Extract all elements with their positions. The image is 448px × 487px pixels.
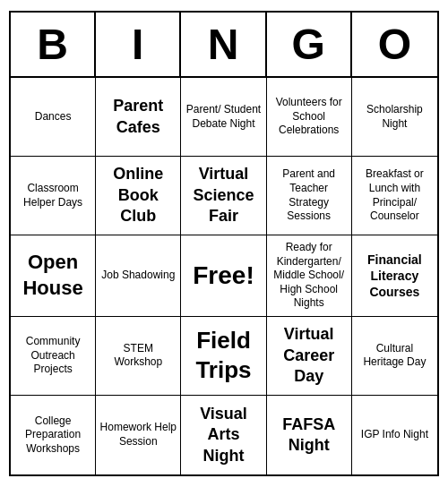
bingo-header: BINGO (11, 13, 437, 78)
bingo-cell-3: Volunteers for School Celebrations (267, 78, 352, 157)
bingo-cell-10: Open House (11, 235, 96, 317)
bingo-letter-o: O (352, 13, 437, 76)
bingo-card: BINGO DancesParent CafesParent/ Student … (9, 11, 439, 476)
bingo-cell-8: Parent and Teacher Strategy Sessions (267, 157, 352, 235)
bingo-cell-19: Cultural Heritage Day (352, 317, 437, 396)
bingo-cell-6: Online Book Club (96, 157, 181, 235)
bingo-letter-b: B (11, 13, 96, 76)
bingo-cell-17: Field Trips (181, 317, 266, 396)
bingo-letter-i: I (96, 13, 181, 76)
bingo-cell-7: Virtual Science Fair (181, 157, 266, 235)
bingo-cell-24: IGP Info Night (352, 396, 437, 474)
bingo-cell-15: Community Outreach Projects (11, 317, 96, 396)
bingo-cell-16: STEM Workshop (96, 317, 181, 396)
bingo-cell-2: Parent/ Student Debate Night (181, 78, 266, 157)
bingo-cell-13: Ready for Kindergarten/ Middle School/ H… (267, 235, 352, 317)
bingo-letter-g: G (267, 13, 352, 76)
bingo-cell-5: Classroom Helper Days (11, 157, 96, 235)
bingo-cell-0: Dances (11, 78, 96, 157)
bingo-cell-22: Visual Arts Night (181, 396, 266, 474)
bingo-cell-1: Parent Cafes (96, 78, 181, 157)
bingo-cell-21: Homework Help Session (96, 396, 181, 474)
bingo-cell-14: Financial Literacy Courses (352, 235, 437, 317)
bingo-cell-9: Breakfast or Lunch with Principal/ Couns… (352, 157, 437, 235)
bingo-cell-20: College Preparation Workshops (11, 396, 96, 474)
bingo-cell-11: Job Shadowing (96, 235, 181, 317)
bingo-cell-12: Free! (181, 235, 266, 317)
bingo-grid: DancesParent CafesParent/ Student Debate… (11, 78, 437, 474)
bingo-letter-n: N (181, 13, 266, 76)
bingo-cell-4: Scholarship Night (352, 78, 437, 157)
bingo-cell-18: Virtual Career Day (267, 317, 352, 396)
bingo-cell-23: FAFSA Night (267, 396, 352, 474)
